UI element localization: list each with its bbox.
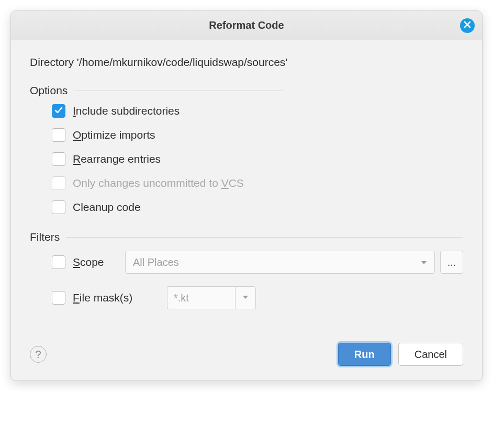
titlebar: Reformat Code — [11, 11, 482, 40]
filters-title: Filters — [30, 231, 60, 243]
file-mask-label: File mask(s) — [73, 292, 132, 304]
include-subdirectories-row: Include subdirectories — [52, 104, 463, 118]
scope-select[interactable]: All Places — [125, 251, 435, 274]
file-mask-combo: *.kt — [167, 286, 256, 309]
divider — [74, 91, 283, 91]
scope-row: Scope All Places ... — [52, 251, 463, 274]
scope-label: Scope — [73, 256, 104, 268]
check-icon — [54, 105, 63, 117]
filters-header: Filters — [30, 231, 463, 243]
cleanup-code-row: Cleanup code — [52, 200, 463, 214]
file-mask-row: File mask(s) *.kt — [52, 286, 463, 309]
run-button[interactable]: Run — [338, 343, 391, 366]
chevron-down-icon — [421, 256, 427, 268]
reformat-code-dialog: Reformat Code Directory '/home/mkurnikov… — [10, 10, 483, 381]
dialog-title: Reformat Code — [209, 19, 284, 31]
scope-checkbox[interactable] — [52, 255, 65, 269]
divider — [66, 237, 463, 238]
cleanup-code-label: Cleanup code — [73, 201, 141, 214]
only-vcs-row: Only changes uncommitted to VCS — [52, 176, 463, 190]
close-icon — [464, 21, 471, 30]
file-mask-dropdown-button[interactable] — [235, 286, 256, 309]
rearrange-entries-checkbox[interactable] — [52, 152, 65, 166]
only-vcs-label: Only changes uncommitted to VCS — [73, 177, 244, 189]
close-button[interactable] — [460, 18, 475, 33]
include-subdirectories-label: Include subdirectories — [73, 105, 180, 117]
cleanup-code-checkbox[interactable] — [52, 200, 65, 214]
chevron-down-icon — [242, 293, 249, 303]
only-vcs-checkbox — [52, 176, 65, 190]
dialog-footer: ? Run Cancel — [11, 332, 482, 380]
help-button[interactable]: ? — [30, 346, 47, 363]
rearrange-entries-label: Rearrange entries — [73, 153, 161, 165]
optimize-imports-label: Optimize imports — [73, 129, 155, 141]
directory-label: Directory '/home/mkurnikov/code/liquidsw… — [30, 56, 463, 69]
scope-browse-button[interactable]: ... — [440, 251, 463, 274]
dialog-content: Directory '/home/mkurnikov/code/liquidsw… — [11, 40, 482, 332]
scope-select-value: All Places — [133, 256, 179, 268]
optimize-imports-row: Optimize imports — [52, 128, 463, 142]
include-subdirectories-checkbox[interactable] — [52, 104, 65, 118]
file-mask-checkbox[interactable] — [52, 291, 65, 305]
rearrange-entries-row: Rearrange entries — [52, 152, 463, 166]
filters-group: Scope All Places ... File mask(s) *.kt — [30, 251, 463, 309]
options-header: Options — [30, 84, 463, 97]
options-group: Include subdirectories Optimize imports … — [30, 104, 463, 214]
file-mask-input[interactable]: *.kt — [167, 286, 235, 309]
optimize-imports-checkbox[interactable] — [52, 128, 65, 142]
cancel-button[interactable]: Cancel — [398, 343, 463, 366]
options-title: Options — [30, 84, 68, 97]
